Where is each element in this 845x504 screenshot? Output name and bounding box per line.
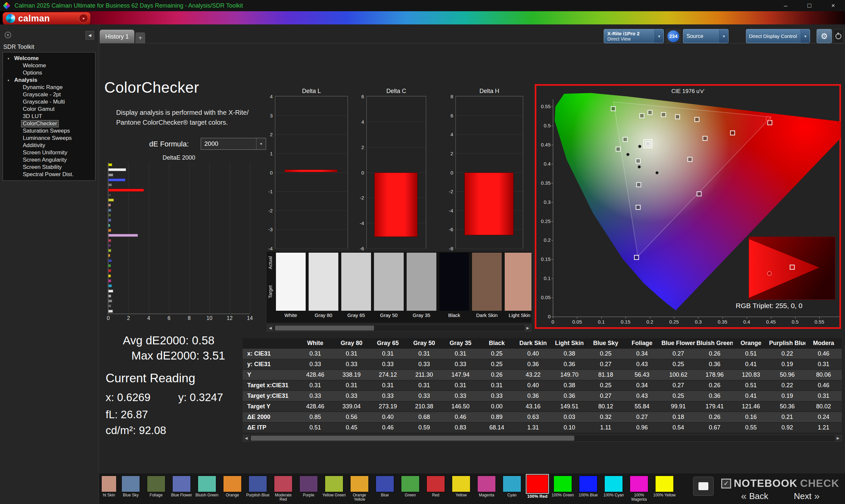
patch-button-bluish-green[interactable]: Bluish Green [195, 475, 219, 502]
patch-button-100-magenta[interactable]: 100% Magenta [627, 475, 651, 502]
patch-button-purplish-blue[interactable]: Purplish Blue [246, 475, 270, 502]
tab-history-1[interactable]: History 1 [100, 30, 134, 43]
cie-target-marker[interactable] [640, 113, 644, 118]
patch-button-foliage[interactable]: Foliage [144, 475, 168, 502]
sidebar-item-welcome[interactable]: ▾Welcome [3, 55, 95, 62]
sidebar-item-3d-lut[interactable]: 3D LUT [3, 113, 95, 120]
patch-button-orange-yellow[interactable]: Orange Yellow [347, 475, 372, 502]
source-dropdown[interactable]: Source ▾ [683, 29, 728, 43]
cie-target-marker[interactable] [623, 137, 628, 142]
scrollbar-thumb[interactable] [251, 436, 574, 441]
patch-button-yellow-green[interactable]: Yellow Green [322, 475, 346, 502]
workflow-home-icon[interactable] [5, 32, 11, 38]
pattern-window-button[interactable] [693, 476, 714, 496]
patch-button-blue-flower[interactable]: Blue Flower [169, 475, 194, 502]
table-scrollbar[interactable]: ◀ ▶ [243, 435, 842, 442]
patch-button-blue-sky[interactable]: Blue Sky [119, 475, 143, 502]
sidebar-item-saturation-sweeps[interactable]: Saturation Sweeps [3, 127, 95, 134]
sidebar-item-color-gamut[interactable]: Color Gamut [3, 106, 95, 113]
patch-button-100-red[interactable]: 100% Red [525, 475, 550, 503]
next-button[interactable]: Next » [794, 490, 820, 502]
patch-button-100-blue[interactable]: 100% Blue [576, 475, 600, 502]
sidebar-item-welcome[interactable]: Welcome [3, 62, 95, 69]
collapse-sidebar-button[interactable]: ◀ [86, 31, 94, 40]
cie-target-marker[interactable] [636, 159, 640, 163]
patch-button-green[interactable]: Green [398, 475, 423, 502]
patch-button-cyan[interactable]: Cyan [500, 475, 524, 502]
cie-target-marker[interactable] [636, 205, 640, 210]
sidebar-item-screen-stability[interactable]: Screen Stability [3, 164, 95, 171]
cie-target-marker[interactable] [634, 255, 639, 259]
patch-swatch [147, 475, 165, 492]
chevron-down-icon[interactable]: ▾ [801, 29, 810, 43]
calman-logo-button[interactable]: calman ▾ [3, 12, 90, 25]
sidebar-item-grayscale-2pt[interactable]: Grayscale - 2pt [3, 91, 95, 98]
de-formula-select[interactable]: 2000 ▾ [201, 138, 266, 150]
sidebar-item-options[interactable]: Options [3, 69, 95, 76]
sidebar-item-spectral-power-dist[interactable]: Spectral Power Dist. [3, 171, 95, 178]
cie-target-marker[interactable] [703, 136, 707, 141]
chevron-down-icon[interactable]: ▾ [719, 29, 728, 43]
scroll-left-icon[interactable]: ◀ [267, 325, 274, 331]
sidebar-item-luminance-sweeps[interactable]: Luminance Sweeps [3, 134, 95, 142]
sidebar-item-grayscale-multi[interactable]: Grayscale - Multi [3, 98, 95, 106]
cie-target-marker[interactable] [697, 192, 701, 196]
patch-label: 100% Blue [579, 493, 598, 502]
sidebar-item-dynamic-range[interactable]: Dynamic Range [3, 84, 95, 91]
table-row: Target x:CIE310.310.310.310.310.310.310.… [243, 380, 842, 391]
chevron-down-icon[interactable]: ▾ [256, 138, 266, 149]
cie-target-marker[interactable] [730, 131, 735, 135]
collapse-triangle-icon[interactable]: ▾ [7, 78, 13, 82]
tick-mark [551, 202, 553, 202]
patch-button-ht-skin[interactable]: ht Skin [100, 475, 118, 502]
cie-target-marker[interactable] [636, 182, 641, 187]
cie-target-marker[interactable] [688, 157, 692, 162]
cie-target-marker[interactable] [675, 115, 680, 119]
sidebar-item-screen-angularity[interactable]: Screen Angularity [3, 156, 95, 164]
patch-button-blue[interactable]: Blue [373, 475, 397, 502]
patch-button-100-green[interactable]: 100% Green [550, 475, 575, 502]
cie-1976-chart-panel[interactable]: CIE 1976 u'v' 00.050.10.150.20.250.30.35… [535, 84, 841, 329]
add-tab-button[interactable]: + [135, 32, 145, 43]
scroll-right-icon[interactable]: ▶ [835, 435, 841, 441]
swatch-strip-scrollbar[interactable]: ◀ ▶ [267, 325, 531, 331]
minimize-button[interactable]: – [774, 0, 797, 11]
sidebar-item-screen-uniformity[interactable]: Screen Uniformity [3, 149, 95, 156]
table-column-header: Black [479, 338, 515, 349]
scroll-right-icon[interactable]: ▶ [525, 325, 531, 331]
y-axis-tick-label: 4 [261, 94, 272, 99]
collapse-triangle-icon[interactable]: ▾ [7, 57, 13, 60]
display-control-dropdown[interactable]: Direct Display Control ▾ [746, 29, 810, 43]
patch-button-100-cyan[interactable]: 100% Cyan [601, 475, 626, 502]
cie-target-marker[interactable] [611, 107, 616, 111]
maximize-button[interactable]: □ [797, 0, 821, 11]
scroll-left-icon[interactable]: ◀ [243, 435, 249, 441]
patch-button-moderate-red[interactable]: Moderate Red [271, 475, 295, 502]
patch-button-100-yellow[interactable]: 100% Yellow [652, 475, 677, 502]
patch-button-magenta[interactable]: Magenta [474, 475, 499, 502]
sidebar-item-analysis[interactable]: ▾Analysis [3, 76, 95, 84]
cie-y-axis [553, 99, 553, 317]
scrollbar-thumb[interactable] [275, 326, 374, 330]
logo-menu-arrow-icon[interactable]: ▾ [79, 14, 88, 23]
cie-target-marker[interactable] [616, 147, 620, 151]
patch-button-red[interactable]: Red [423, 475, 448, 502]
patch-button-purple[interactable]: Purple [296, 475, 321, 502]
delta-h-chart-title: Delta H [456, 88, 523, 95]
back-button[interactable]: « Back [741, 490, 769, 502]
chevron-down-icon[interactable]: ▾ [654, 29, 664, 43]
cie-target-marker[interactable] [648, 110, 652, 114]
meter-dropdown[interactable]: X-Rite i1Pro 2 Direct View ▾ [604, 29, 664, 43]
sidebar-item-colorchecker[interactable]: ColorChecker [3, 120, 95, 127]
settings-button[interactable]: ⚙ [816, 29, 832, 43]
sidebar-item-additivity[interactable]: Additivity [3, 142, 95, 149]
cie-target-marker[interactable] [695, 118, 699, 122]
cie-target-marker[interactable] [662, 112, 666, 117]
table-cell: 0.33 [479, 391, 515, 401]
patch-button-orange[interactable]: Orange [220, 475, 245, 502]
power-button[interactable] [833, 29, 844, 43]
patch-button-yellow[interactable]: Yellow [449, 475, 473, 502]
close-button[interactable]: × [821, 0, 845, 11]
cie-target-marker-selected[interactable] [646, 142, 650, 146]
deltae-bar [108, 234, 138, 237]
